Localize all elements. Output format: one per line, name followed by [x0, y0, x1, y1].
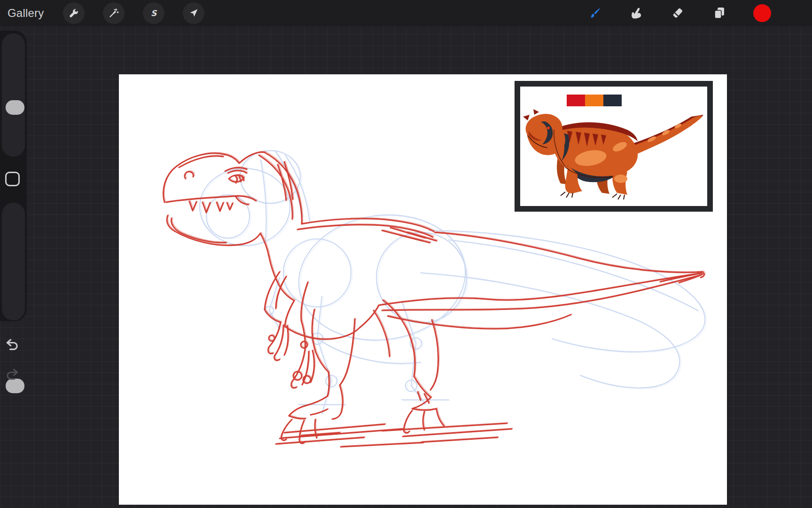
wrench-icon	[68, 8, 79, 19]
sidebar-slider-group	[0, 31, 27, 321]
reference-dino-illustration	[523, 109, 703, 199]
paintbrush-icon	[587, 6, 602, 21]
opacity-slider[interactable]	[2, 203, 25, 320]
transform-arrow-icon	[188, 8, 199, 19]
color-swatch-dot	[753, 4, 772, 23]
undo-arrow-icon	[4, 336, 21, 353]
undo-button[interactable]	[4, 336, 21, 353]
palette-swatch-navy	[603, 95, 622, 106]
paint-tool-button[interactable]	[586, 5, 602, 21]
layers-icon	[712, 6, 727, 21]
procreate-workspace: Gallery S	[0, 0, 812, 508]
reference-illustration	[520, 87, 707, 206]
redo-arrow-icon	[4, 366, 21, 383]
smudge-tool-button[interactable]	[628, 5, 644, 21]
modify-button[interactable]	[5, 172, 20, 186]
actions-button[interactable]	[63, 2, 85, 24]
redo-button[interactable]	[4, 366, 21, 383]
selection-s-icon: S	[148, 8, 159, 19]
adjustments-button[interactable]	[103, 2, 125, 24]
gallery-button[interactable]: Gallery	[8, 0, 44, 26]
color-swatch-button[interactable]	[753, 4, 772, 23]
eraser-icon	[670, 6, 685, 21]
brush-size-handle[interactable]	[6, 100, 24, 115]
svg-text:S: S	[151, 8, 157, 18]
reference-color-palette	[567, 95, 622, 106]
reference-image-panel	[515, 81, 713, 212]
erase-tool-button[interactable]	[670, 5, 686, 21]
magic-wand-icon	[108, 8, 119, 19]
palette-swatch-red	[567, 95, 585, 106]
brush-size-slider[interactable]	[2, 33, 25, 157]
smudge-finger-icon	[628, 6, 643, 21]
layers-button[interactable]	[711, 5, 727, 21]
transform-button[interactable]	[183, 2, 204, 24]
palette-swatch-orange	[585, 95, 603, 106]
top-toolbar: Gallery S	[0, 0, 812, 26]
selection-button[interactable]: S	[143, 2, 164, 24]
